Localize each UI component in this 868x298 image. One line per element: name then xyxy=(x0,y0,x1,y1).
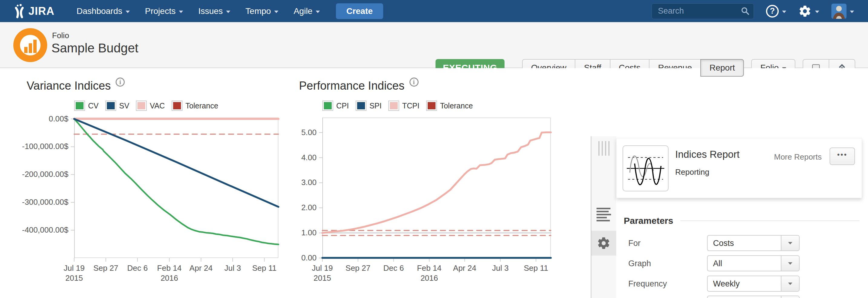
y-axis-label: 3.00 xyxy=(260,178,317,187)
dropdown-arrow xyxy=(781,296,799,298)
y-axis-label: -300,000.00$ xyxy=(12,198,68,207)
menu-tempo[interactable]: Tempo xyxy=(238,0,286,22)
jira-charlie-icon xyxy=(13,4,27,19)
report-subtitle: Reporting xyxy=(675,168,709,177)
info-icon[interactable]: i xyxy=(116,78,125,87)
top-nav-bar: JIRA Dashboards Projects Issues Tempo Ag… xyxy=(0,0,868,22)
indices-report-icon xyxy=(623,145,669,191)
chart-title-variance: Variance Indices i xyxy=(27,79,125,92)
gear-icon xyxy=(798,4,812,18)
help-icon: ? xyxy=(766,5,779,18)
y-axis-label: 0.00 xyxy=(260,253,317,263)
plot-area xyxy=(322,118,551,258)
divider xyxy=(680,220,860,221)
main-menu: Dashboards Projects Issues Tempo Agile xyxy=(69,0,328,22)
chart-title-performance: Performance Indices i xyxy=(299,79,418,92)
parameters-heading: Parameters xyxy=(624,216,673,226)
menu-dashboards[interactable]: Dashboards xyxy=(69,0,137,22)
page-header: Folio Sample Budget EXECUTING Overview S… xyxy=(0,22,868,68)
jira-logo[interactable]: JIRA xyxy=(13,4,55,19)
more-reports-link[interactable]: More Reports xyxy=(774,152,822,162)
parameters-tool-selected[interactable] xyxy=(591,231,616,256)
legend-swatch xyxy=(74,100,85,111)
tab-report[interactable]: Report xyxy=(700,59,744,77)
brand-text: JIRA xyxy=(28,5,55,18)
legend-swatch xyxy=(322,100,333,111)
search-box xyxy=(652,3,754,19)
legend-label: CV xyxy=(88,101,99,110)
admin-settings-menu[interactable] xyxy=(798,4,819,18)
drag-handle-icon[interactable] xyxy=(591,141,616,156)
chevron-down-icon xyxy=(815,10,819,13)
chevron-down-icon xyxy=(274,10,278,13)
app-label: Folio xyxy=(52,31,69,40)
legend-label: SV xyxy=(119,101,129,110)
y-axis-label: -100,000.00$ xyxy=(12,142,68,151)
legend-swatch xyxy=(426,100,437,111)
gear-icon xyxy=(597,236,611,250)
legend-item: CV xyxy=(74,100,99,111)
create-button[interactable]: Create xyxy=(336,3,383,19)
x-axis-label: Sep 11 xyxy=(237,263,291,273)
report-side-panel: Indices Report Reporting More Reports ••… xyxy=(616,136,868,298)
select-value: All xyxy=(713,259,722,268)
chevron-down-icon xyxy=(226,10,230,13)
label-select[interactable]: Any xyxy=(707,296,800,298)
search-input[interactable] xyxy=(652,3,754,19)
help-menu[interactable]: ? xyxy=(766,5,786,18)
info-icon[interactable]: i xyxy=(409,78,418,87)
y-axis-label: 4.00 xyxy=(260,153,317,162)
y-axis-label: 0.00$ xyxy=(12,114,68,124)
report-title: Indices Report xyxy=(675,149,740,160)
legend-swatch xyxy=(355,100,367,111)
legend-label: Tolerance xyxy=(186,101,218,110)
plot-area xyxy=(74,118,278,258)
search-icon[interactable] xyxy=(741,6,750,16)
avatar xyxy=(831,4,846,19)
chevron-down-icon xyxy=(782,10,786,13)
legend-swatch xyxy=(136,100,147,111)
param-label-graph: Graph xyxy=(628,259,651,268)
for-select[interactable]: Costs xyxy=(707,235,800,251)
chevron-down-icon xyxy=(316,10,320,13)
y-axis-label: -200,000.00$ xyxy=(12,170,68,179)
frequency-select[interactable]: Weekly xyxy=(707,276,800,292)
legend-item: CPI xyxy=(322,100,349,111)
x-axis-label: Sep 11 xyxy=(509,263,563,273)
legend-label: SPI xyxy=(370,101,382,110)
user-profile-menu[interactable] xyxy=(831,4,854,19)
menu-issues[interactable]: Issues xyxy=(191,0,238,22)
report-card: Indices Report Reporting More Reports ••… xyxy=(616,138,862,198)
legend-item: SPI xyxy=(355,100,382,111)
select-value: Costs xyxy=(713,239,734,248)
chart-legend: CPI SPI TCPI Tolerance xyxy=(322,100,479,111)
report-content: Variance Indices i Performance Indices i… xyxy=(0,68,868,298)
legend-item: Tolerance xyxy=(426,100,473,111)
y-axis-label: 5.00 xyxy=(260,128,317,137)
param-label-for: For xyxy=(628,239,641,248)
legend-label: CPI xyxy=(336,101,349,110)
dropdown-arrow xyxy=(781,276,799,291)
legend-item: TCPI xyxy=(388,100,420,111)
report-list-icon[interactable] xyxy=(596,208,611,223)
legend-swatch xyxy=(105,100,116,111)
legend-label: VAC xyxy=(150,101,165,110)
legend-item: VAC xyxy=(136,100,165,111)
side-rail xyxy=(591,136,616,298)
select-value: Weekly xyxy=(713,279,740,289)
legend-item: Tolerance xyxy=(172,100,218,111)
chart-legend: CV SV VAC Tolerance xyxy=(74,100,225,111)
chevron-down-icon xyxy=(850,10,854,13)
dropdown-arrow xyxy=(781,256,799,271)
report-menu-button[interactable]: ••• xyxy=(830,148,855,165)
menu-projects[interactable]: Projects xyxy=(137,0,191,22)
y-axis-label: 1.00 xyxy=(260,228,317,237)
dropdown-arrow xyxy=(781,236,799,250)
page-title: Sample Budget xyxy=(52,41,138,55)
graph-select[interactable]: All xyxy=(707,255,800,271)
legend-swatch xyxy=(388,100,399,111)
menu-agile[interactable]: Agile xyxy=(286,0,328,22)
legend-item: SV xyxy=(105,100,129,111)
chevron-down-icon xyxy=(126,10,130,13)
chevron-down-icon xyxy=(179,10,183,13)
